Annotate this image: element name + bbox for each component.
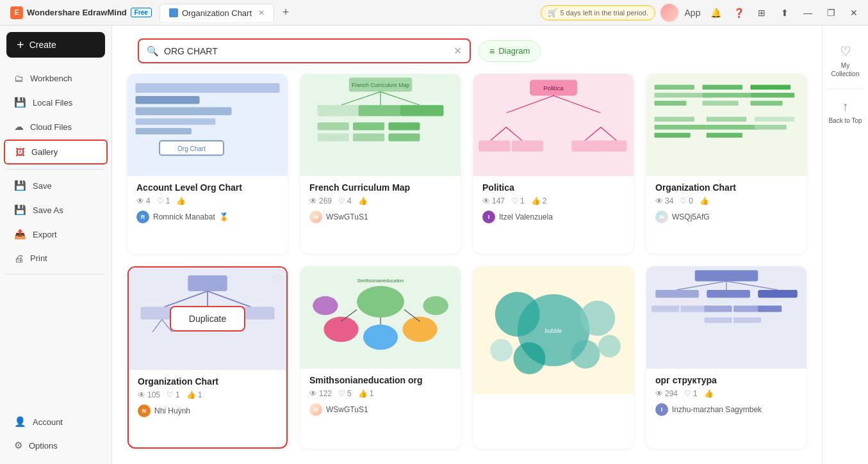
sidebar-item-account[interactable]: 👤 Account [4, 410, 108, 433]
app-layout: + Create 🗂 Workbench 💾 Local Files ☁ Clo… [0, 26, 868, 464]
sidebar-item-label: Workbench [30, 74, 72, 83]
collection-label: My Collection [828, 61, 863, 78]
sidebar-item-print[interactable]: 🖨 Print [4, 247, 108, 269]
search-input[interactable] [164, 46, 454, 56]
thumb-count: 👍 [358, 196, 368, 205]
app-logo-icon: E [10, 6, 23, 19]
thumb-count: 👍 [176, 196, 186, 205]
sidebar-item-gallery[interactable]: 🖼 Gallery [4, 140, 108, 164]
titlebar-right: 🛒 5 days left in the trial period. App 🔔… [541, 4, 863, 22]
svg-rect-26 [577, 113, 625, 127]
sidebar-item-label: Cloud Files [30, 122, 72, 132]
card-org-chart-top[interactable]: Organization Chart 👁 34 ♡ 0 👍 W WSQj5AfG [646, 74, 807, 253]
save-as-icon: 💾 [14, 204, 26, 216]
diagram-icon: ≡ [489, 46, 495, 56]
card-org-chart-dup[interactable]: Duplicate ♡ Organization Chart 👁 105 ♡ 1… [127, 266, 288, 449]
author-name: WSwGTuS1 [326, 405, 368, 414]
active-tab[interactable]: Organization Chart ✕ [160, 4, 274, 22]
svg-rect-41 [751, 85, 791, 90]
card-stats: 👁 147 ♡ 1 👍 2 [482, 196, 625, 205]
app-logo: E Wondershare EdrawMind Free [5, 6, 157, 19]
card-french-curriculum[interactable]: French Curriculum Map [300, 74, 461, 253]
card-bubble[interactable]: bubble [473, 266, 634, 449]
search-clear-icon[interactable]: ✕ [454, 45, 462, 57]
card-title: орг структура [655, 375, 798, 385]
svg-rect-37 [655, 101, 687, 106]
sidebar-item-local-files[interactable]: 💾 Local Files [4, 91, 108, 114]
svg-rect-25 [482, 113, 530, 127]
svg-rect-83 [707, 290, 750, 298]
card-title: Smithsonianeducation org [309, 375, 452, 385]
svg-rect-44 [655, 117, 695, 122]
svg-rect-42 [751, 93, 795, 98]
card-smithsonianeducation[interactable]: Smithsonianeducation Smithsonianeducatio… [300, 266, 461, 449]
diagram-label: Diagram [498, 46, 530, 56]
svg-rect-34 [595, 141, 626, 152]
card-body: Account Level Org Chart 👁 4 ♡ 1 👍 R Romn… [127, 176, 288, 231]
svg-rect-2 [136, 108, 232, 116]
svg-rect-91 [681, 317, 708, 323]
sidebar-item-export[interactable]: 📤 Export [4, 223, 108, 246]
card-politica[interactable]: Politica [473, 74, 634, 253]
minimize-button[interactable]: — [799, 4, 817, 22]
view-count: 👁 294 [655, 389, 678, 398]
svg-point-63 [357, 286, 404, 317]
app-button[interactable]: App [684, 4, 701, 22]
sidebar-divider-2 [6, 274, 105, 275]
heart-icon[interactable]: ♡ [272, 273, 281, 285]
cloud-files-icon: ☁ [14, 121, 24, 132]
tab-close-icon[interactable]: ✕ [258, 8, 265, 17]
card-stats: 👁 122 ♡ 5 👍 1 [309, 389, 452, 398]
svg-line-94 [676, 281, 726, 290]
account-icon: 👤 [14, 416, 26, 428]
svg-line-28 [506, 127, 522, 141]
author-badge: 🏅 [219, 212, 229, 221]
card-title: Account Level Org Chart [136, 182, 279, 193]
user-avatar[interactable] [660, 4, 678, 22]
sidebar-item-workbench[interactable]: 🗂 Workbench [4, 67, 108, 90]
author-avatar: R [136, 211, 149, 223]
sidebar-divider-1 [6, 169, 105, 170]
maximize-button[interactable]: ❐ [822, 4, 840, 22]
sidebar-item-save[interactable]: 💾 Save [4, 174, 108, 197]
sidebar-item-save-as[interactable]: 💾 Save As [4, 198, 108, 221]
svg-line-23 [506, 95, 553, 113]
export-icon: 📤 [14, 228, 26, 240]
svg-line-11 [381, 92, 420, 105]
new-tab-button[interactable]: + [277, 4, 295, 22]
help-icon[interactable]: ❓ [730, 4, 748, 22]
create-button[interactable]: + Create [6, 32, 105, 58]
search-box: 🔍 ✕ [138, 38, 471, 63]
grid-view-icon[interactable]: ⊞ [753, 4, 771, 22]
card-author: W WSQj5AfG [655, 211, 798, 223]
svg-line-32 [601, 127, 617, 141]
diagram-button[interactable]: ≡ Diagram [479, 40, 541, 62]
my-collection-button[interactable]: ♡ My Collection [823, 36, 868, 86]
close-button[interactable]: ✕ [845, 4, 863, 22]
svg-rect-89 [758, 306, 782, 312]
card-author: R Romnick Manabat 🏅 [136, 211, 279, 223]
svg-point-79 [598, 335, 621, 358]
sidebar-item-cloud-files[interactable]: ☁ Cloud Files [4, 115, 108, 138]
author-avatar: W [655, 211, 668, 223]
like-count: ♡ 5 [338, 389, 352, 398]
card-preview: bubble [473, 266, 634, 394]
gallery-grid: Org Chart Account Level Org Chart 👁 4 ♡ … [112, 74, 822, 464]
workbench-icon: 🗂 [14, 73, 24, 84]
back-to-top-button[interactable]: ↑ Back to Top [823, 92, 868, 132]
card-author: I Inzhu-marzhan Sagymbek [655, 403, 798, 416]
sidebar-item-options[interactable]: ⚙ Options [4, 434, 108, 457]
like-count: ♡ 1 [684, 389, 698, 398]
svg-rect-45 [655, 125, 707, 130]
share-icon[interactable]: ⬆ [776, 4, 794, 22]
card-account-level-org[interactable]: Org Chart Account Level Org Chart 👁 4 ♡ … [127, 74, 288, 253]
view-count: 👁 34 [655, 196, 673, 205]
notifications-icon[interactable]: 🔔 [707, 4, 725, 22]
trial-badge: 🛒 5 days left in the trial period. [541, 5, 655, 20]
svg-rect-12 [318, 105, 361, 116]
svg-rect-14 [400, 105, 444, 116]
card-stats: 👁 294 ♡ 1 👍 [655, 389, 798, 398]
card-org-struktura[interactable]: орг структура 👁 294 ♡ 1 👍 I Inzhu-marzha… [646, 266, 807, 449]
card-stats: 👁 269 ♡ 4 👍 [309, 196, 452, 205]
duplicate-button[interactable]: Duplicate [170, 306, 245, 332]
